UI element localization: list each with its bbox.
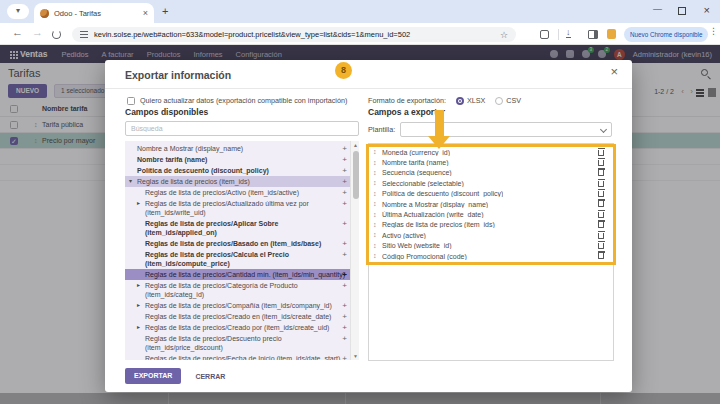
add-field-icon[interactable]: + (342, 334, 347, 343)
tab-close-icon[interactable]: × (143, 9, 148, 18)
export-field-row[interactable]: ↕Código Promocional (code) (369, 251, 613, 261)
remove-field-trash-icon[interactable] (598, 233, 604, 239)
reorder-handle-icon[interactable]: ↕ (373, 220, 382, 230)
chevron-closed-icon[interactable]: ▸ (137, 301, 145, 310)
add-field-icon[interactable]: + (342, 250, 347, 259)
export-button[interactable]: EXPORTAR (125, 368, 181, 384)
export-field-row[interactable]: ↕Política de descuento (discount_policy) (369, 189, 613, 199)
reorder-handle-icon[interactable]: ↕ (373, 230, 382, 240)
available-field-row[interactable]: Reglas de lista de precios/Calcula el Pr… (125, 249, 359, 269)
remove-field-trash-icon[interactable] (598, 191, 604, 197)
bookmark-star-icon[interactable]: ☆ (500, 30, 508, 40)
browser-menu-icon[interactable]: ⋮ (709, 26, 718, 36)
available-field-row[interactable]: ▸Reglas de lista de precios/Categoría de… (125, 280, 359, 300)
remove-field-trash-icon[interactable] (598, 170, 604, 176)
reorder-handle-icon[interactable]: ↕ (373, 147, 382, 157)
scroll-up-icon[interactable]: ▲ (351, 142, 359, 148)
remove-field-trash-icon[interactable] (598, 201, 604, 207)
available-field-row[interactable]: Reglas de lista de precios/Basado en (it… (125, 238, 359, 249)
reorder-handle-icon[interactable]: ↕ (373, 168, 382, 178)
available-field-row[interactable]: ▸Reglas de lista de precios/Compañía (it… (125, 300, 359, 311)
site-settings-icon[interactable] (80, 34, 88, 36)
forward-button[interactable]: → (32, 26, 43, 38)
reorder-handle-icon[interactable]: ↕ (373, 199, 382, 209)
export-field-row[interactable]: ↕Nombre tarifa (name) (369, 157, 613, 167)
side-panel-icon[interactable] (588, 30, 598, 39)
available-field-row[interactable]: Nombre a Mostrar (display_name)+ (125, 143, 359, 154)
add-field-icon[interactable]: + (342, 177, 347, 186)
reload-button[interactable] (52, 30, 61, 39)
extensions-icon[interactable] (540, 30, 549, 39)
export-field-row[interactable]: ↕Sitio Web (website_id) (369, 241, 613, 251)
chevron-open-icon[interactable]: ▾ (129, 177, 137, 186)
available-field-row[interactable]: ▸Reglas de lista de precios/Actualizado … (125, 198, 359, 218)
remove-field-trash-icon[interactable] (598, 150, 604, 156)
chevron-closed-icon[interactable]: ▸ (137, 199, 145, 208)
export-field-row[interactable]: ↕Activo (active) (369, 230, 613, 240)
tab-search-chevron-icon[interactable]: ▾ (7, 4, 29, 19)
add-field-icon[interactable]: + (342, 281, 347, 290)
reorder-handle-icon[interactable]: ↕ (373, 189, 382, 199)
export-field-row[interactable]: ↕Nombre a Mostrar (display_name) (369, 199, 613, 209)
add-field-icon[interactable]: + (342, 301, 347, 310)
available-field-row[interactable]: Reglas de lista de precios/Activo (item_… (125, 187, 359, 198)
available-field-row[interactable]: Nombre tarifa (name)+ (125, 154, 359, 165)
dialog-close-icon[interactable]: × (610, 64, 618, 79)
reorder-handle-icon[interactable]: ↕ (373, 241, 382, 251)
window-maximize-button[interactable] (678, 7, 686, 15)
add-field-icon[interactable]: + (342, 144, 347, 153)
address-bar[interactable]: kevin.solse.pe/web#action=633&model=prod… (72, 27, 516, 42)
available-field-row[interactable]: ▸Reglas de lista de precios/Creado por (… (125, 322, 359, 333)
chevron-closed-icon[interactable]: ▸ (137, 281, 145, 290)
pinned-extension-icon[interactable] (607, 29, 616, 39)
format-radio-xlsx[interactable]: XLSX (456, 96, 485, 105)
window-close-button[interactable]: × (704, 4, 710, 16)
export-field-row[interactable]: ↕Reglas de lista de precios (item_ids) (369, 220, 613, 230)
export-field-row[interactable]: ↕Secuencia (sequence) (369, 168, 613, 178)
available-field-row[interactable]: Reglas de lista de precios/Creado en (it… (125, 311, 359, 322)
add-field-icon[interactable]: + (342, 270, 347, 279)
reorder-handle-icon[interactable]: ↕ (373, 210, 382, 220)
template-select[interactable] (400, 122, 612, 137)
add-field-icon[interactable]: + (342, 354, 347, 360)
add-field-icon[interactable]: + (342, 188, 347, 197)
reorder-handle-icon[interactable]: ↕ (373, 158, 382, 168)
update-data-option[interactable]: Quiero actualizar datos (exportación com… (127, 96, 347, 105)
window-minimize-button[interactable]: — (653, 4, 662, 14)
close-button[interactable]: CERRAR (195, 373, 225, 380)
available-field-row[interactable]: Política de descuento (discount_policy)+ (125, 165, 359, 176)
export-field-row[interactable]: ↕Moneda (currency_id) (369, 147, 613, 157)
add-field-icon[interactable]: + (342, 199, 347, 208)
available-field-row[interactable]: ▾Reglas de lista de precios (item_ids)+ (125, 176, 359, 187)
list-scrollbar[interactable]: ▲▼ (350, 141, 359, 360)
scroll-thumb[interactable] (353, 151, 359, 199)
reorder-handle-icon[interactable]: ↕ (373, 251, 382, 261)
available-field-row[interactable]: Reglas de lista de precios/Aplicar Sobre… (125, 218, 359, 238)
format-radio-csv[interactable]: CSV (495, 96, 521, 105)
add-field-icon[interactable]: + (342, 166, 347, 175)
new-tab-button[interactable]: + (162, 6, 168, 17)
scroll-down-icon[interactable]: ▼ (351, 353, 359, 359)
remove-field-trash-icon[interactable] (598, 243, 604, 249)
add-field-icon[interactable]: + (342, 239, 347, 248)
available-field-row[interactable]: Reglas de lista de precios/Descuento pre… (125, 333, 359, 353)
add-field-icon[interactable]: + (342, 323, 347, 332)
remove-field-trash-icon[interactable] (598, 222, 604, 228)
browser-tab[interactable]: Odoo - Tarifas × (34, 3, 154, 23)
add-field-icon[interactable]: + (342, 219, 347, 228)
export-field-row[interactable]: ↕Última Actualización (write_date) (369, 209, 613, 219)
remove-field-trash-icon[interactable] (598, 181, 604, 187)
chevron-closed-icon[interactable]: ▸ (137, 323, 145, 332)
add-field-icon[interactable]: + (342, 155, 347, 164)
available-field-row[interactable]: Reglas de lista de precios/Cantidad mín.… (125, 269, 359, 280)
reorder-handle-icon[interactable]: ↕ (373, 178, 382, 188)
chrome-update-pill[interactable]: Nuevo Chrome disponible (624, 27, 708, 42)
export-field-row[interactable]: ↕Seleccionable (selectable) (369, 178, 613, 188)
remove-field-trash-icon[interactable] (598, 253, 604, 259)
update-data-checkbox[interactable] (127, 97, 135, 105)
available-field-row[interactable]: Reglas de lista de precios/Fecha de Inic… (125, 353, 359, 360)
remove-field-trash-icon[interactable] (598, 160, 604, 166)
add-field-icon[interactable]: + (342, 312, 347, 321)
remove-field-trash-icon[interactable] (598, 212, 604, 218)
back-button[interactable]: ← (12, 26, 23, 38)
